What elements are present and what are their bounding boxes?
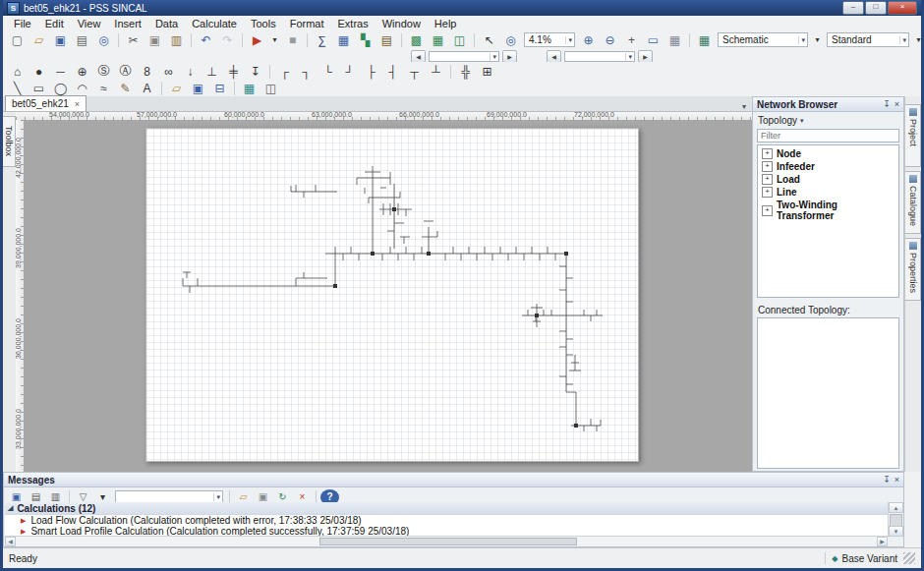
paste-icon[interactable]: ▥ <box>166 31 187 49</box>
right-tab-properties[interactable]: Properties <box>905 238 921 301</box>
messages-horizontal-scrollbar[interactable]: ◀ ▶ <box>5 536 888 546</box>
menu-insert[interactable]: Insert <box>107 18 148 29</box>
connector-corner-up-left-icon[interactable]: ┘ <box>339 63 360 81</box>
menu-help[interactable]: Help <box>428 18 464 29</box>
expand-plus-icon[interactable]: + <box>762 187 773 198</box>
topology-dropdown-arrow-icon[interactable]: ▾ <box>800 117 804 125</box>
connector-branch-up-icon[interactable]: ┴ <box>426 63 446 81</box>
select-arrow-icon[interactable]: ↖ <box>479 31 499 49</box>
tree-item-load[interactable]: +Load <box>758 173 898 186</box>
text-tool-icon[interactable]: A <box>137 80 157 97</box>
terminal-icon[interactable]: ● <box>29 63 49 81</box>
messages-header[interactable]: Messages ↧ × <box>4 473 903 487</box>
report-icon[interactable]: ▤ <box>376 31 397 49</box>
menu-edit[interactable]: Edit <box>38 18 71 29</box>
cut-icon[interactable]: ✂ <box>123 31 144 49</box>
menu-format[interactable]: Format <box>283 18 331 29</box>
result-table-icon[interactable]: ▦ <box>333 31 354 49</box>
messages-list[interactable]: ◢Calculations (12)▶Load Flow Calculation… <box>5 502 888 537</box>
network-level-combo[interactable]: ▾ <box>564 51 635 62</box>
network-browser-header[interactable]: Network Browser ↧ × <box>753 97 903 112</box>
stop-calculation-icon[interactable]: ■ <box>282 31 303 49</box>
right-tab-project[interactable]: Project <box>905 104 921 167</box>
asynchronous-machine-icon[interactable]: Ⓐ <box>115 63 136 81</box>
scrollbar-thumb[interactable] <box>319 538 577 545</box>
ground-icon[interactable]: ↧ <box>245 63 265 81</box>
menu-tools[interactable]: Tools <box>244 18 283 29</box>
scroll-down-icon[interactable]: ▼ <box>889 526 903 537</box>
variant-combo-arrow-icon[interactable]: ▾ <box>899 36 906 44</box>
variant-combo[interactable]: Standard▾ <box>827 32 909 47</box>
compare-network-icon[interactable]: ◫ <box>449 31 470 49</box>
run-options-arrow-icon[interactable]: ▾ <box>268 31 281 49</box>
tree-item-two-winding-transformer[interactable]: +Two-Winding Transformer <box>758 199 898 222</box>
connector-branch-down-icon[interactable]: ┬ <box>404 63 425 81</box>
tree-item-line[interactable]: +Line <box>758 186 898 199</box>
menu-data[interactable]: Data <box>148 18 185 29</box>
topology-tree[interactable]: +Node+Infeeder+Load+Line+Two-Winding Tra… <box>757 144 899 298</box>
zoom-icon[interactable]: ◎ <box>500 31 521 49</box>
menu-window[interactable]: Window <box>375 18 428 29</box>
zoom-in-icon[interactable]: ⊕ <box>578 31 599 49</box>
expand-plus-icon[interactable]: + <box>762 161 773 172</box>
view-mode-combo[interactable]: Schematic▾ <box>718 32 808 47</box>
minimize-button[interactable]: – <box>842 1 864 15</box>
polyline-tool-icon[interactable]: ≈ <box>93 80 114 97</box>
junction-icon[interactable]: ╬ <box>455 63 476 81</box>
line-element-icon[interactable]: ─ <box>50 63 71 81</box>
close-panel-icon[interactable]: × <box>895 99 899 109</box>
undo-icon[interactable]: ↶ <box>196 31 216 49</box>
menu-file[interactable]: File <box>7 18 38 29</box>
open-folder-icon[interactable]: ▱ <box>29 31 49 49</box>
pan-icon[interactable]: + <box>621 31 642 49</box>
bitmap-icon[interactable]: ▦ <box>239 80 260 97</box>
insert-network-icon[interactable]: ▩ <box>406 31 427 49</box>
redo-icon[interactable]: ↷ <box>217 31 238 49</box>
connector-branch-right-icon[interactable]: ├ <box>361 63 381 81</box>
menu-calculate[interactable]: Calculate <box>185 18 244 29</box>
two-winding-transformer-icon[interactable]: 8 <box>137 63 157 81</box>
pin-icon[interactable]: ↧ <box>883 475 891 485</box>
layer-icon[interactable]: ⊟ <box>209 80 230 97</box>
messages-vertical-scrollbar[interactable]: ▲ ▼ <box>888 502 903 537</box>
result-chart-icon[interactable]: ▚ <box>355 31 375 49</box>
base-variant-indicator[interactable]: ◆ Base Variant <box>832 553 897 564</box>
title-bar[interactable]: S bet05_ehk21 - PSS SINCAL –□× <box>3 0 921 16</box>
infeeder-icon[interactable]: ⊕ <box>72 63 92 81</box>
open-graphic-icon[interactable]: ▱ <box>166 80 187 97</box>
zoom-combo-arrow-icon[interactable]: ▾ <box>565 36 572 44</box>
document-tab[interactable]: bet05_ehk21 × <box>5 95 87 111</box>
diagram-type-icon[interactable]: ▦ <box>694 31 715 49</box>
synchronous-machine-icon[interactable]: Ⓢ <box>93 63 114 81</box>
connector-corner-down-right-icon[interactable]: ┌ <box>274 63 295 81</box>
expand-plus-icon[interactable]: + <box>762 148 773 159</box>
topology-filter-input[interactable] <box>757 129 899 143</box>
close-button[interactable]: × <box>888 1 917 15</box>
three-winding-transformer-icon[interactable]: ∞ <box>158 63 179 81</box>
zoom-combo[interactable]: 4.1%▾ <box>524 32 575 47</box>
ole-object-icon[interactable]: ◫ <box>260 80 281 97</box>
update-network-icon[interactable]: ▦ <box>428 31 448 49</box>
load-element-icon[interactable]: ↓ <box>180 63 201 81</box>
grid-icon[interactable]: ▦ <box>664 31 685 49</box>
node-icon[interactable]: ⌂ <box>7 63 28 81</box>
toolbox-tab[interactable]: Toolbox <box>3 116 16 167</box>
pencil-icon[interactable]: ✎ <box>115 80 136 97</box>
maximize-button[interactable]: □ <box>865 1 887 15</box>
view-mode-combo-arrow-icon[interactable]: ▾ <box>798 36 805 44</box>
messages-group-row[interactable]: ◢Calculations (12) <box>5 502 888 515</box>
close-panel-icon[interactable]: × <box>895 475 899 485</box>
right-tab-catalogue[interactable]: Catalogue <box>905 171 921 234</box>
variant-options-arrow-icon[interactable]: ▾ <box>912 31 924 49</box>
network-diagram[interactable] <box>146 129 638 461</box>
zoom-out-icon[interactable]: ⊖ <box>600 31 620 49</box>
run-calculation-icon[interactable]: ▶ <box>247 31 267 49</box>
variant-nav-combo[interactable]: ▾ <box>429 51 499 62</box>
capacitor-icon[interactable]: ╪ <box>223 63 244 81</box>
shunt-icon[interactable]: ⊥ <box>202 63 222 81</box>
save-graphic-icon[interactable]: ▣ <box>188 80 208 97</box>
copy-icon[interactable]: ▣ <box>144 31 165 49</box>
network-level-combo-arrow-icon[interactable]: ▾ <box>625 53 632 61</box>
menu-view[interactable]: View <box>71 18 108 29</box>
new-document-icon[interactable]: ▢ <box>7 31 28 49</box>
